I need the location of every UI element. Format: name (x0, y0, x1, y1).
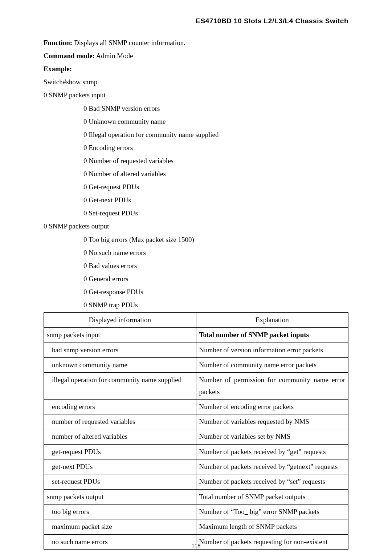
cell-left: snmp packets input (44, 328, 196, 343)
cell-left: maximum packet size (44, 519, 196, 534)
cli-input-7: 0 Get-request PDUs (44, 181, 348, 194)
table-row: unknown community name Number of communi… (44, 357, 348, 372)
cli-line-3: 0 SNMP packets output (44, 220, 348, 233)
cell-right: Number of packets received by “getnext” … (196, 459, 348, 474)
cli-line-2: 0 SNMP packets input (44, 89, 348, 102)
cell-text: snmp packets input (47, 329, 100, 341)
table-row: illegal operation for community name sup… (44, 373, 348, 400)
command-mode-line: Command mode: Admin Mode (44, 49, 348, 62)
page-content: ES4710BD 10 Slots L2/L3/L4 Chassis Switc… (0, 0, 392, 550)
cell-text: unknown community name (47, 359, 127, 371)
cell-right: Total number of SNMP packet outputs (196, 489, 348, 504)
cell-right: Number of variables set by NMS (196, 429, 348, 444)
cli-input-5: 0 Number of requested variables (44, 154, 348, 167)
cell-left: number of altered variables (44, 429, 196, 444)
command-mode-text: Admin Mode (95, 52, 133, 60)
cell-left: unknown community name (44, 357, 196, 372)
cli-input-1: 0 Bad SNMP version errors (44, 102, 348, 115)
cli-input-9: 0 Set-request PDUs (44, 207, 348, 220)
table-row: number of requested variables Number of … (44, 414, 348, 429)
function-line: Function: Displays all SNMP counter info… (44, 36, 348, 49)
cli-input-3: 0 Illegal operation for community name s… (44, 128, 348, 141)
cell-left: too big errors (44, 504, 196, 519)
cell-right: Number of “Too_ big” error SNMP packets (196, 504, 348, 519)
header-explanation: Explanation (196, 313, 348, 328)
table-row: bad snmp version errors Number of versio… (44, 343, 348, 357)
cell-right: Number of packets received by “set” requ… (196, 474, 348, 489)
cell-right: Number of permission for community name … (196, 373, 348, 400)
table-row: maximum packet size Maximum length of SN… (44, 519, 348, 534)
cell-right: Maximum length of SNMP packets (196, 519, 348, 534)
table-row: number of altered variables Number of va… (44, 429, 348, 444)
cell-text: Total number of SNMP packet inputs (199, 331, 309, 339)
cli-output-4: 0 General errors (44, 272, 348, 285)
document-header: ES4710BD 10 Slots L2/L3/L4 Chassis Switc… (44, 15, 348, 28)
cell-text: too big errors (47, 506, 89, 518)
cell-text: set-request PDUs (47, 476, 100, 487)
cli-input-8: 0 Get-next PDUs (44, 194, 348, 207)
cell-right: Number of variables requested by NMS (196, 414, 348, 429)
cell-text: get-request PDUs (47, 446, 101, 458)
command-mode-label: Command mode: (44, 52, 95, 60)
page-number: 118 (0, 542, 392, 548)
cell-left: get-request PDUs (44, 444, 196, 459)
function-text: Displays all SNMP counter information. (72, 39, 185, 46)
cell-text: maximum packet size (47, 521, 112, 532)
cell-text: encoding errors (47, 401, 95, 413)
table-header-row: Displayed information Explanation (44, 313, 348, 328)
cli-output-3: 0 Bad values errors (44, 259, 348, 272)
table-row: snmp packets input Total number of SNMP … (44, 328, 348, 343)
cell-right: Number of packets received by “get” requ… (196, 444, 348, 459)
cell-left: bad snmp version errors (44, 343, 196, 357)
cell-left: get-next PDUs (44, 459, 196, 474)
cli-output-5: 0 Get-response PDUs (44, 285, 348, 299)
cli-output-1: 0 Too big errors (Max packet size 1500) (44, 233, 348, 246)
cell-right: Total number of SNMP packet inputs (196, 328, 348, 343)
cell-text: snmp packets output (47, 491, 103, 503)
cell-right: Number of community name error packets (196, 357, 348, 372)
function-label: Function: (44, 39, 72, 46)
cli-input-2: 0 Unknown community name (44, 115, 348, 128)
table-row: snmp packets output Total number of SNMP… (44, 489, 348, 504)
cli-output-2: 0 No such name errors (44, 246, 348, 259)
cell-left: encoding errors (44, 399, 196, 414)
table-row: too big errors Number of “Too_ big” erro… (44, 504, 348, 519)
table-row: get-request PDUs Number of packets recei… (44, 444, 348, 459)
cell-text: get-next PDUs (47, 461, 93, 473)
example-label: Example: (44, 62, 348, 76)
cell-right: Number of version information error pack… (196, 343, 348, 357)
table-row: get-next PDUs Number of packets received… (44, 459, 348, 474)
header-displayed-info: Displayed information (44, 313, 196, 328)
cli-line-1: Switch#show snmp (44, 76, 348, 89)
cell-right: Number of encoding error packets (196, 399, 348, 414)
cell-text: illegal operation for community name sup… (47, 374, 181, 386)
cli-input-4: 0 Encoding errors (44, 141, 348, 154)
cell-left: illegal operation for community name sup… (44, 373, 196, 400)
cell-text: number of requested variables (47, 416, 135, 428)
cli-output-6: 0 SNMP trap PDUs (44, 299, 348, 312)
cell-text: bad snmp version errors (47, 344, 118, 356)
cli-input-6: 0 Number of altered variables (44, 167, 348, 181)
cell-left: snmp packets output (44, 489, 196, 504)
cell-left: set-request PDUs (44, 474, 196, 489)
cell-text: number of altered variables (47, 431, 127, 442)
table-row: set-request PDUs Number of packets recei… (44, 474, 348, 489)
cell-left: number of requested variables (44, 414, 196, 429)
table-row: encoding errors Number of encoding error… (44, 399, 348, 414)
info-table: Displayed information Explanation snmp p… (44, 312, 348, 550)
